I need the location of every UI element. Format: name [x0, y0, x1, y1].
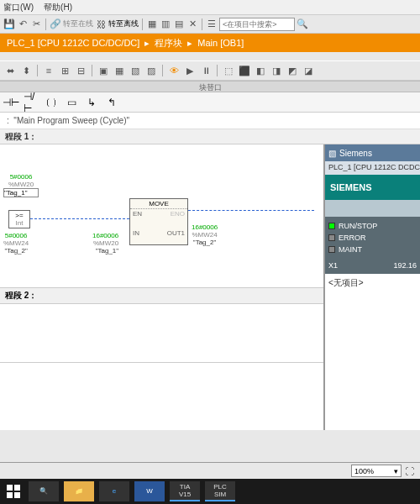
interface-x1: X1 192.16	[325, 259, 420, 274]
ladder-canvas[interactable]: 5#0006 %MW20 >= Int 5#0006 %MW24 "Tag_2"…	[0, 144, 323, 430]
network-1-header[interactable]: 程段 1：	[0, 129, 420, 144]
tool-icon[interactable]: ⏸	[199, 64, 213, 77]
contact-nc-icon[interactable]: ⊣/⊢	[24, 96, 39, 109]
x1-label: X1	[328, 261, 338, 271]
tag-hex: 5#0006	[3, 232, 29, 239]
menu-window[interactable]: 窗口(W)	[3, 2, 34, 13]
task-plcsim[interactable]: PLC SIM	[205, 481, 235, 501]
tool-icon[interactable]: ◧	[254, 64, 267, 77]
tool-icon[interactable]: ⬌	[3, 64, 17, 77]
windows-taskbar[interactable]: 🔍 📁 e W TIA V15 PLC SIM	[0, 479, 420, 504]
breadcrumb-blocks[interactable]: 程序块	[155, 37, 182, 50]
tool-icon[interactable]: ▦	[146, 18, 158, 30]
move-block[interactable]: MOVE EN ENO IN OUT1	[129, 198, 188, 245]
move-eno: ENO	[171, 210, 185, 218]
status-runstop: RUN/STOP	[328, 220, 417, 232]
tool-icon[interactable]: ≡	[42, 64, 55, 77]
tool-icon[interactable]: ▶	[183, 64, 197, 77]
link-icon[interactable]: 🔗	[50, 18, 61, 30]
start-button[interactable]	[3, 481, 24, 501]
contact-no-icon[interactable]: ⊣⊢	[3, 96, 18, 109]
network-2-header[interactable]: 程段 2：	[0, 287, 323, 304]
tool-icon[interactable]: ▥	[160, 18, 171, 30]
svg-rect-2	[7, 492, 13, 498]
task-tia[interactable]: TIA V15	[170, 481, 200, 501]
x1-ip: 192.16	[393, 261, 417, 271]
close-icon[interactable]: ✕	[186, 18, 198, 30]
task-search[interactable]: 🔍	[29, 481, 59, 501]
box-icon[interactable]: ▭	[64, 96, 79, 109]
status-bar: 100% ▾ ⛶	[0, 462, 420, 479]
tag-addr: %MW20	[3, 181, 39, 188]
ladder-wire	[188, 210, 314, 211]
go-online-label[interactable]: 转至在线	[63, 18, 93, 29]
search-icon[interactable]: 🔍	[297, 18, 308, 30]
tag-input-b: 5#0006 %MW24 "Tag_2"	[3, 232, 29, 255]
branch-close-icon[interactable]: ↰	[104, 96, 119, 109]
undo-icon[interactable]: ↶	[17, 18, 29, 30]
tool-icon[interactable]: ▧	[129, 64, 142, 77]
breadcrumb-device[interactable]: PLC_1 [CPU 1212C DC/DC/DC]	[7, 38, 139, 48]
status-maint: MAINT	[328, 244, 417, 255]
task-word[interactable]: W	[134, 481, 165, 501]
task-explorer[interactable]: 📁	[64, 481, 94, 501]
panel-spacer	[325, 200, 420, 217]
project-search-input[interactable]	[219, 18, 295, 31]
list-icon[interactable]: ☰	[206, 18, 218, 30]
task-edge[interactable]: e	[99, 481, 129, 501]
move-in-tag: 16#0006 %MW20 "Tag_1"	[92, 232, 118, 255]
device-panel: ▧ Siemens PLC_1 [CPU 1212C DCDCDC] SIEME…	[323, 144, 420, 430]
chevron-right-icon: ▸	[187, 38, 192, 49]
separator	[37, 65, 38, 76]
branch-open-icon[interactable]: ↳	[84, 96, 99, 109]
cmp-type: Int	[9, 219, 29, 227]
menu-help[interactable]: 帮助(H)	[44, 2, 72, 13]
breadcrumb: PLC_1 [CPU 1212C DC/DC/DC] ▸ 程序块 ▸ Main …	[0, 34, 420, 52]
zoom-fit-icon[interactable]: ⛶	[403, 465, 415, 477]
maint-label: MAINT	[339, 245, 362, 254]
tool-icon[interactable]: ◨	[270, 64, 283, 77]
coil-icon[interactable]: ⟮ ⟯	[44, 96, 59, 109]
tool-icon[interactable]: ◪	[302, 64, 315, 77]
svg-rect-1	[14, 485, 20, 491]
editor-toolbar: ⬌ ⬍ ≡ ⊞ ⊟ ▣ ▦ ▧ ▨ 👁 ▶ ⏸ ⬚ ⬛ ◧ ◨ ◩ ◪	[0, 60, 420, 81]
tool-icon[interactable]: ▤	[173, 18, 185, 30]
menubar[interactable]: 窗口(W) 帮助(H)	[0, 0, 420, 15]
tag-addr: %MW20	[92, 239, 118, 247]
tag-name-input[interactable]	[3, 188, 39, 197]
tool-icon[interactable]: ⬍	[19, 64, 33, 77]
unlink-icon[interactable]: ⛓	[95, 18, 107, 30]
network-2-canvas[interactable]	[0, 304, 323, 363]
tool-icon[interactable]: ▣	[97, 64, 110, 77]
tool-icon[interactable]: ⬛	[238, 64, 251, 77]
tool-icon[interactable]: ◩	[286, 64, 299, 77]
plc-icon: ▧	[328, 149, 336, 158]
tag-name: "Tag_2"	[192, 239, 218, 246]
no-project-label: <无项目>	[325, 274, 420, 430]
compare-block[interactable]: >= Int	[8, 210, 30, 228]
tool-icon[interactable]: ▨	[144, 64, 158, 77]
svg-rect-0	[7, 485, 13, 491]
save-icon[interactable]: 💾	[3, 18, 15, 30]
chevron-right-icon: ▸	[144, 38, 150, 49]
runstop-label: RUN/STOP	[339, 222, 377, 230]
tag-name: "Tag_2"	[3, 247, 29, 255]
move-en: EN	[133, 210, 142, 218]
monitor-icon[interactable]: 👁	[167, 64, 181, 77]
separator	[142, 18, 143, 30]
device-name: PLC_1 [CPU 1212C DCDCDC]	[325, 161, 420, 175]
cut-icon[interactable]: ✂	[30, 18, 42, 30]
breadcrumb-main[interactable]: Main [OB1]	[197, 38, 244, 48]
zoom-value: 100%	[354, 467, 374, 475]
tool-icon[interactable]: ▦	[113, 64, 126, 77]
device-panel-title[interactable]: ▧ Siemens	[325, 144, 420, 161]
go-offline-label[interactable]: 转至离线	[108, 18, 139, 29]
ladder-wire	[30, 218, 129, 219]
tool-icon[interactable]: ⊞	[58, 64, 71, 77]
status-error: ERROR	[328, 232, 417, 244]
block-interface-divider[interactable]: 块替口	[0, 81, 420, 92]
zoom-selector[interactable]: 100% ▾	[351, 465, 402, 477]
move-out: OUT1	[167, 229, 185, 237]
tool-icon[interactable]: ⬚	[222, 64, 235, 77]
tool-icon[interactable]: ⊟	[74, 64, 87, 77]
